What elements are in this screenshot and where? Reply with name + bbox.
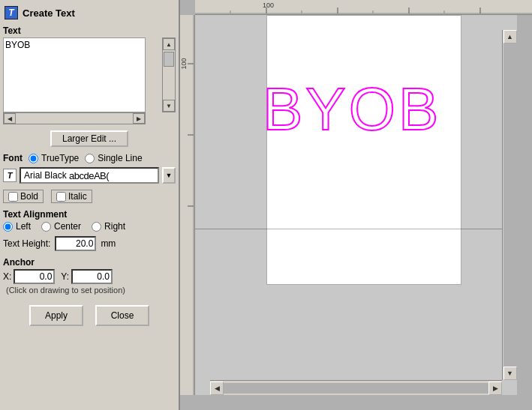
bold-option[interactable]: Bold [3,190,44,203]
alignment-section: Text Alignment Left Center Right [3,208,176,232]
canvas-area[interactable]: 100 100 BYOB ▲ [180,0,532,410]
font-preview: abcdeAB( [69,170,109,181]
truetype-label: TrueType [41,153,79,163]
canvas-scrollbar-horizontal[interactable]: ◀ ▶ [210,380,502,395]
scroll-thumb[interactable] [164,52,174,67]
bold-label: Bold [20,191,38,202]
italic-label: Italic [68,191,87,202]
x-input[interactable] [14,269,55,284]
truetype-radio[interactable] [29,154,38,163]
larger-edit-button[interactable]: Larger Edit ... [50,130,128,147]
close-button[interactable]: Close [95,305,149,326]
font-name-display: Arial Black [24,170,67,181]
height-section: Text Height: mm [3,236,176,251]
singleline-label: Single Line [98,153,142,163]
text-scrollbar-horizontal[interactable]: ◀ ▶ [3,112,146,124]
align-left-radio[interactable] [3,222,13,232]
text-input[interactable] [3,37,146,112]
text-section-label: Text [3,25,176,36]
canvas-scroll-down[interactable]: ▼ [503,367,517,380]
bold-checkbox[interactable] [8,192,18,202]
singleline-option[interactable]: Single Line [85,153,142,163]
ruler-left: 100 [180,15,195,395]
font-label: Font [3,153,23,163]
scroll-right-btn[interactable]: ▶ [133,113,145,124]
height-input[interactable] [55,236,96,251]
anchor-section: Anchor X: Y: (Click on drawing to set po… [3,256,176,299]
align-right-radio[interactable] [92,222,101,232]
align-center-radio[interactable] [41,222,51,232]
align-left-label: Left [16,221,31,232]
text-scrollbar-vertical[interactable]: ▲ ▼ [162,37,176,112]
italic-checkbox[interactable] [56,192,66,202]
align-left-option[interactable]: Left [3,221,31,232]
font-selector[interactable]: Arial Black abcdeAB( [20,167,159,184]
anchor-label: Anchor [3,257,176,268]
align-center-label: Center [54,221,81,232]
anchor-xy-row: X: Y: [3,269,176,284]
drawing-canvas[interactable]: BYOB ▲ ▼ ◀ ▶ [195,15,517,395]
font-section: Font TrueType Single Line T Arial Black … [3,151,176,187]
ruler-top: 100 [195,0,532,15]
x-group: X: [3,269,55,284]
canvas-scroll-right[interactable]: ▶ [488,382,502,395]
scroll-left-btn[interactable]: ◀ [4,113,16,124]
align-center-option[interactable]: Center [41,221,81,232]
white-canvas [266,15,461,285]
alignment-label: Text Alignment [3,209,176,220]
height-unit: mm [101,238,116,249]
italic-option[interactable]: Italic [51,190,92,203]
left-panel: T Create Text Text ▲ ▼ ◀ ▶ Larger Edit .… [0,0,180,410]
y-group: Y: [61,269,113,284]
font-dropdown-row: T Arial Black abcdeAB( ▼ [3,167,176,184]
text-tool-icon: T [5,6,18,19]
dialog-title: Create Text [23,7,75,19]
singleline-radio[interactable] [85,154,95,163]
title-bar: T Create Text [3,3,176,24]
y-label: Y: [61,271,69,282]
scroll-up-btn[interactable]: ▲ [163,38,175,50]
text-area-container: ▲ ▼ ◀ ▶ [3,37,176,127]
font-style-row: Bold Italic [3,190,176,203]
svg-text:100: 100 [180,58,188,69]
byob-text-display: BYOB [263,75,441,144]
align-right-label: Right [104,221,125,232]
svg-text:100: 100 [263,1,274,9]
y-input[interactable] [71,269,113,284]
font-type-icon: T [3,169,17,182]
font-type-row: Font TrueType Single Line [3,151,176,165]
truetype-option[interactable]: TrueType [29,153,79,163]
horizontal-guideline [195,229,517,229]
scroll-down-btn[interactable]: ▼ [163,100,175,112]
click-hint: (Click on drawing to set position) [3,286,176,295]
x-label: X: [3,271,11,282]
canvas-scroll-left[interactable]: ◀ [210,382,224,395]
height-label: Text Height: [3,238,50,249]
canvas-scroll-up[interactable]: ▲ [503,30,517,43]
alignment-row: Left Center Right [3,221,176,232]
apply-button[interactable]: Apply [29,305,83,326]
canvas-scrollbar-vertical[interactable]: ▲ ▼ [502,30,517,380]
button-row: Apply Close [3,305,176,326]
font-dropdown-arrow[interactable]: ▼ [162,167,176,184]
align-right-option[interactable]: Right [92,221,125,232]
